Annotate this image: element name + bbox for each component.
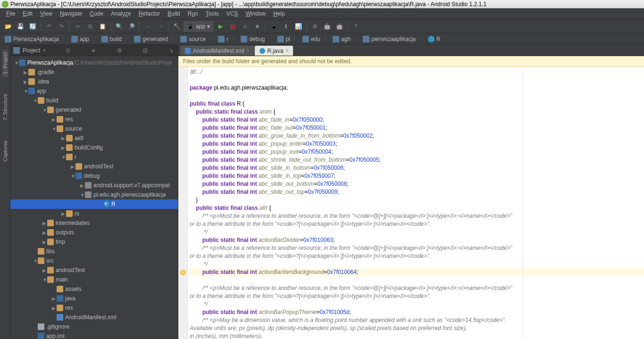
tree-aidl[interactable]: ▶aidl [10,133,178,143]
tree-rs[interactable]: ▶rs [10,209,178,218]
sdk-icon[interactable]: ⬇ [281,21,291,32]
tree-appiml[interactable]: app.iml [10,331,178,339]
menu-vcs[interactable]: VCS [223,9,242,18]
tree-source[interactable]: ▼source [10,124,178,133]
tree-src-androidtest[interactable]: ▶androidTest [10,265,178,275]
paste-icon[interactable]: 📋 [97,21,108,32]
find-icon[interactable]: 🔍 [114,21,124,32]
menu-view[interactable]: View [37,9,56,18]
tree-java[interactable]: ▶java [10,294,178,303]
cut-icon[interactable]: ✂ [73,21,83,32]
panel-title[interactable]: Project [23,47,40,54]
tree-idea[interactable]: ▶.idea [10,77,178,86]
crumb-pl[interactable]: pl [276,35,301,43]
tree-intermediates[interactable]: ▶intermediates [10,218,178,228]
menu-refactor[interactable]: Refactor [135,9,163,18]
tab-manifest[interactable]: AndroidManifest.xml× [180,46,254,56]
panel-close-icon[interactable]: ↘ [167,47,175,54]
panel-hide-icon[interactable]: ⊟ [142,47,149,54]
tree-gitignore[interactable]: .gitignore [10,322,178,331]
toolbar-separator [110,22,111,31]
tree-app[interactable]: ▼app [10,86,178,96]
app-icon [2,1,8,8]
attach-debugger-icon[interactable]: ⎋ [240,21,250,32]
menu-tools[interactable]: Tools [202,9,222,18]
toolbar-separator [347,22,348,31]
crumb-source[interactable]: source [178,35,216,43]
tree-tmp[interactable]: ▶tmp [10,237,178,247]
menu-run[interactable]: Run [184,9,201,18]
tree-generated[interactable]: ▼generated [10,105,178,115]
tree-build[interactable]: ▼build [10,96,178,105]
back-icon[interactable]: ← [142,21,153,32]
project-tree[interactable]: ▼PierwszaAplikacja (C:\Users\Krzysztof\A… [10,56,178,339]
android-icon[interactable]: 🤖 [322,21,332,32]
debug-icon[interactable]: 🐞 [227,21,238,32]
crumb-debug[interactable]: debug [239,35,275,43]
crumb-edu[interactable]: edu [301,35,331,43]
tree-r-class[interactable]: R [10,199,178,209]
run-icon[interactable]: ▶ [215,21,226,32]
menu-window[interactable]: Window [242,9,269,18]
undo-icon[interactable]: ↶ [44,21,54,32]
tree-outputs[interactable]: ▶outputs [10,228,178,237]
menu-help[interactable]: Help [270,9,288,18]
forward-icon[interactable]: → [155,21,165,32]
tab-captures[interactable]: Captures [2,138,8,165]
crumb-generated[interactable]: generated [132,35,178,43]
tab-close-icon[interactable]: × [247,48,250,53]
open-icon[interactable]: 📂 [3,21,13,32]
sync-icon[interactable]: 🔄 [27,21,38,32]
crumb-app[interactable]: app [69,35,100,43]
crumb-pkg[interactable]: pierwszaaplikacja [361,35,426,43]
panel-settings-icon[interactable]: ⊙ [64,47,72,54]
tree-pkg[interactable]: ▼pl.edu.agh.pierwszaaplikacja [10,190,178,199]
tree-gen-res[interactable]: ▶res [10,115,178,124]
settings-icon[interactable]: ⚙ [309,21,320,32]
tree-root[interactable]: ▼PierwszaAplikacja (C:\Users\Krzysztof\A… [10,58,178,67]
tree-manifest[interactable]: AndroidManifest.xml [10,313,178,322]
menu-analyze[interactable]: Analyze [108,9,134,18]
tree-buildconfig[interactable]: ▶buildConfig [10,143,178,152]
monitor-icon[interactable]: 📊 [293,21,303,32]
make-icon[interactable]: 🔨 [171,21,182,32]
tree-src[interactable]: ▼src [10,256,178,265]
tree-androidtest[interactable]: ▶androidTest [10,162,178,171]
panel-gear-icon[interactable]: ⚙ [116,47,124,54]
menu-build[interactable]: Build [164,9,184,18]
panel-collapse-icon[interactable]: ≑ [90,47,97,54]
replace-icon[interactable]: 🔎 [126,21,136,32]
tree-r[interactable]: ▼r [10,152,178,162]
tab-rjava[interactable]: R.java× [255,46,293,56]
tree-res[interactable]: ▶res [10,303,178,313]
window-title-bar: PierwszaAplikacja - [C:\Users\Krzysztof\… [0,0,644,8]
tree-libs[interactable]: libs [10,247,178,256]
tree-main[interactable]: ▼main [10,275,178,284]
android-alt-icon[interactable]: 🤖 [334,21,344,32]
crumb-build[interactable]: build [100,35,132,43]
run-config-select[interactable]: 📱 app ▾ [184,21,213,32]
tree-appcompat[interactable]: ▶android.support.v7.appcompat [10,181,178,190]
copy-icon[interactable]: ⧉ [85,21,95,32]
crumb-r[interactable]: r [216,35,239,43]
tree-assets[interactable]: assets [10,284,178,294]
tree-gradle[interactable]: ▶.gradle [10,67,178,77]
menu-edit[interactable]: Edit [19,9,36,18]
menu-file[interactable]: File [3,9,18,18]
intention-bulb-icon[interactable] [180,270,186,275]
stop-icon[interactable]: ■ [252,21,262,32]
code-editor[interactable]: ⊞/.../ package pl.edu.agh.pierwszaaplika… [178,67,644,339]
avd-icon[interactable]: 📱 [268,21,279,32]
tree-debug[interactable]: ▼debug [10,171,178,181]
save-icon[interactable]: 💾 [15,21,25,32]
crumb-class[interactable]: R [426,36,445,42]
crumb-agh[interactable]: agh [331,35,361,43]
help-icon[interactable]: ? [351,21,361,32]
menu-navigate[interactable]: Navigate [57,9,85,18]
crumb-root[interactable]: PierwszaAplikacja [3,35,69,43]
menu-code[interactable]: Code [86,9,107,18]
tab-close-icon[interactable]: × [286,48,289,53]
tab-structure[interactable]: 7: Structure [2,91,8,124]
redo-icon[interactable]: ↷ [56,21,67,32]
tab-project[interactable]: 1: Project [2,50,8,77]
